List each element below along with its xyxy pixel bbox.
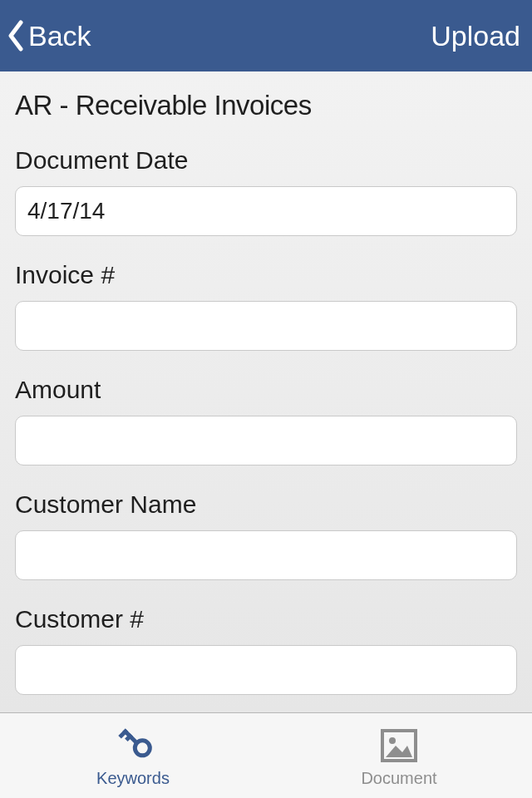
svg-point-5: [389, 737, 396, 744]
field-label-invoice-no: Invoice #: [15, 261, 517, 289]
customer-no-input[interactable]: [15, 645, 517, 695]
field-label-amount: Amount: [15, 376, 517, 404]
image-icon: [377, 724, 421, 767]
back-label: Back: [28, 20, 91, 52]
field-customer-no: Customer #: [15, 605, 517, 695]
upload-button[interactable]: Upload: [431, 20, 520, 52]
field-label-customer-no: Customer #: [15, 605, 517, 633]
tab-document-label: Document: [361, 769, 436, 788]
field-amount: Amount: [15, 376, 517, 466]
customer-name-input[interactable]: [15, 530, 517, 580]
tab-keywords[interactable]: Keywords: [0, 713, 266, 798]
nav-bar: Back Upload: [0, 0, 532, 71]
svg-marker-6: [386, 746, 412, 757]
key-icon: [111, 724, 155, 767]
page-title: AR - Receivable Invoices: [15, 90, 517, 121]
field-label-document-date: Document Date: [15, 146, 517, 175]
chevron-left-icon: [7, 20, 25, 52]
amount-input[interactable]: [15, 416, 517, 466]
tab-document[interactable]: Document: [266, 713, 532, 798]
tab-bar: Keywords Document: [0, 712, 532, 798]
field-customer-name: Customer Name: [15, 490, 517, 580]
content-area: AR - Receivable Invoices Document Date I…: [0, 71, 532, 712]
back-button[interactable]: Back: [7, 20, 91, 52]
field-label-customer-name: Customer Name: [15, 490, 517, 519]
invoice-no-input[interactable]: [15, 301, 517, 351]
field-invoice-no: Invoice #: [15, 261, 517, 351]
tab-keywords-label: Keywords: [96, 769, 170, 788]
document-date-input[interactable]: [15, 186, 517, 236]
field-document-date: Document Date: [15, 146, 517, 236]
